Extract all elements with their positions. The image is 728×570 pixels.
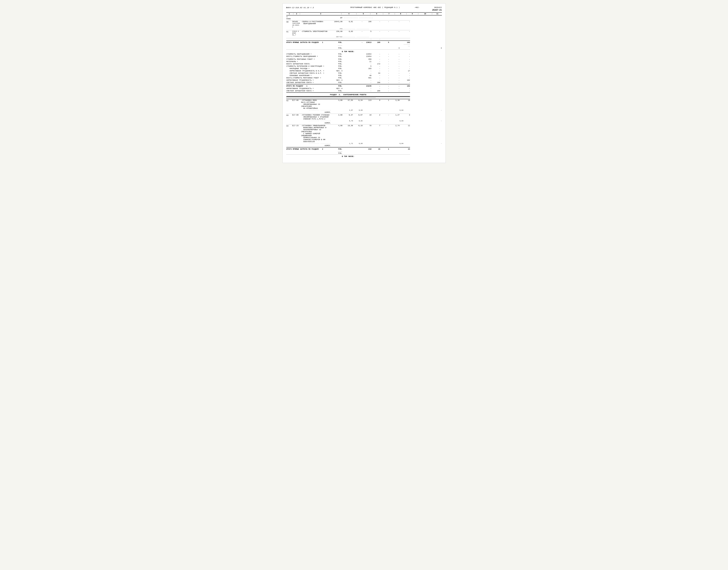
col-header-2: 2 [294,12,299,15]
table-row: РУБ ---------- ---------- [286,28,442,30]
col-header-7: 7 [384,12,394,15]
entry-num: 64 [286,125,291,142]
entry-num: 4 П498 [286,15,291,20]
col-header-6: 6 [371,12,382,15]
table-row: СТОИМОСТЬ ОБОРУДОВАНИЯ = РУБ. 22654 - - … [286,53,442,55]
table-row: ---- [286,151,442,152]
table-row: СМЕТНАЯ ЗАРАБОТНАЯ ПЛАТА = РУБ. - 206 - … [286,90,442,92]
column-headers: 1 : 2 : 3 : 4 : 5 : 6 : 7 : 8 : 9 : 10 :… [286,12,442,15]
table-row: СМЕТНАЯ ЗАРАБОТНАЯ ПЛАТА В Н.Р. = РУБ. -… [286,72,442,74]
col-header-4: 4 [342,12,355,15]
table-row: КОМПЛ. [286,111,442,113]
page-header: №864-12-318.92 А1.16 г.3 ПРОГРАММНЫЙ КОМ… [286,6,442,9]
table-row: МАТЕРИАЛЫ = РУБ. 11 - - - - [286,60,442,63]
sub-doc-number: 25447-21 [432,9,442,11]
table-row: СТОИМОСТЬ МОНТАЖНЫХ РАБОТ = РУБ. 359 - -… [286,58,442,60]
table-row: НОРМАТИВНАЯ ТРУДОЕМКОСТЬ = ЧЕЛ.-4 - - - … [286,87,442,90]
table-row: ВСЕГО,СТОИМОСТЬ ОБОРУДОВАНИЯ = РУБ. 2265… [286,55,442,58]
col-header-3: 3 [301,12,340,15]
table-row: ВСЕГО,СТОИМОСТЬ МОНТАЖНЫХ РАБОТ = РУБ. 5… [286,77,442,79]
page-wrapper: №864-12-318.92 А1.16 г.3 ПРОГРАММНЫЙ КОМ… [283,3,446,163]
entry-num: 61 [286,30,291,36]
in-that-row-2: В ТОМ ЧИСЛЕ: [286,155,442,158]
table-row: СТОИМОСТЬ МАТЕРИАЛОВ И КОНСТРУКЦИЯ = РУБ… [286,65,442,67]
total-row-razdel2: ИТОГО ПРЯМЫЕ ЗАТРАТЫ ПО РАЗДЕЛУ 2 РУБ. 2… [286,148,442,151]
table-row: 63 Е17-89 -УСТАНОВКА РАКОВИН СТАЛЬНЫХ ЭМ… [286,114,442,120]
total-razdel1-row: ИТОГО ПО РАЗДЕЛУ 1 РУБ. 23245 - - - 182 [286,85,442,87]
program-label: ПРОГРАММНЫЙ КОМПЛЕКС АВС-3ЕС ( РЕДАКЦИЯ … [350,6,442,8]
table-row: РУБ. 3 3 [286,47,442,49]
top-left-ref: №864-12-318.92 А1.16 г.3 [286,6,314,9]
entry-num: 60 [286,21,291,28]
table-row: КОМПЛ. [286,122,442,124]
col-header-9: 9 [407,12,417,15]
table-row: ПЛАНОВЫЕ НАКОПЛЕНИЯ = РУБ. 49 - - - - [286,74,442,77]
table-row: 60 ПИСЬМОГОССТРОЯАН-2933-4 -СБОРКА И РАС… [286,21,442,28]
table-row: ---------- ---------- 2,07 0,03 0,04 - [286,109,442,111]
table-row: СМЕТНАЯ ЗАРАБОТНАЯ ПЛАТА = РУБ. - 206 - … [286,81,442,84]
col-header-11: 11 [433,12,442,15]
table-row: ---------- ---------- 0,79 0,02 0,03 - [286,120,442,122]
main-table: 4 П498 ШТ ---------- ---------- 60 ПИСЬМ… [286,15,442,158]
table-row: 4 П498 ШТ ---------- ---------- [286,15,442,20]
entry-num: 63 [286,114,291,120]
total-row-razdel1: ИТОГО ПРЯМЫЕ ЗАТРАТЫ ПО РАЗДЕЛУ 1 РУБ. -… [286,41,442,44]
col-header-1: 1 [286,12,293,15]
entry-num: 62 [286,99,291,109]
table-row: НАКЛАДНЫЕ РАСХОДЫ = РУБ. 183 - - - - [286,67,442,70]
separator-row: ========================================… [286,97,442,99]
table-row: 62 Е17-86 -УСТАНОВКА МОЕК МА=2,4УГУННЫХ … [286,99,442,109]
table-row: КОМПЛ. [286,145,442,147]
table-row: - - [286,38,442,40]
table-row: 64 Е17-23 -УСТАНОВКА УМЫВАЛЬНИКОВ ФАЯНСО… [286,125,442,142]
col-header-5: 5 [357,12,369,15]
col-header-8: 8 [396,12,406,15]
razdel2-header: РАЗДЕЛ 2. САНТЕХНИЧЕСКИЕ РАБОТЫ [286,93,442,96]
table-row: НОРМАТИВНАЯ ТРУДОЕМКОСТЬ = ЧЕЛ.-4 - - - … [286,79,442,81]
table-row: 61 СУКАЗ КЕРЕР П1,7 -СТОИМОСТЬ ЭЛЕКТРОЭН… [286,30,442,36]
table-row: КВТ/ЧАС ---------- ---------- [286,36,442,38]
table-row: РУБ. [286,152,442,154]
table-row: ---- -------- [286,44,442,47]
table-row: ---------- ---------- 1,71 0,03 0,04 - [286,142,442,145]
table-row: НОРМАТИВНАЯ ТРУДОЕМКОСТЬ В Н.Р. = ЧЕЛ.-4… [286,70,442,72]
in-that-row: В ТОМ ЧИСЛЕ: [286,50,442,53]
col-header-10: 10 [419,12,431,15]
table-row: ВСЕГО ЗАРАБОТНАЯ ПЛАТА- РУБ. - 172 - - - [286,63,442,65]
